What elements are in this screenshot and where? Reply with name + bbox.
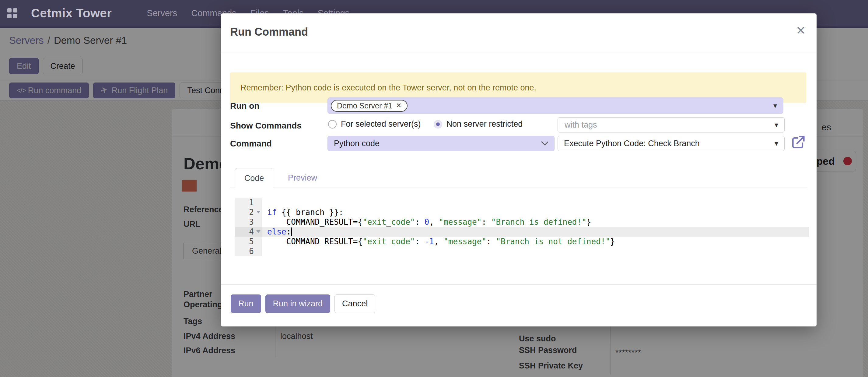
editor-code-2: if {{ branch }}: xyxy=(262,207,809,217)
editor-code-1 xyxy=(262,198,809,207)
select-chevron-icon xyxy=(541,141,549,146)
fold-caret-icon[interactable] xyxy=(256,211,260,213)
editor-line-5[interactable]: 5 COMMAND_RESULT={"exit_code": -1, "mess… xyxy=(235,237,809,246)
radio-selected-icon xyxy=(434,120,442,128)
editor-gutter-1: 1 xyxy=(235,198,262,207)
chevron-down-icon: ▾ xyxy=(775,121,778,129)
show-commands-radio-group: For selected server(s) Non server restri… xyxy=(328,119,523,129)
server-tag[interactable]: Demo Server #1 ✕ xyxy=(331,100,407,112)
tab-code[interactable]: Code xyxy=(235,168,273,188)
radio-for-selected-servers[interactable]: For selected server(s) xyxy=(328,119,421,129)
run-command-modal: Run Command ✕ Remember: Python code is e… xyxy=(221,13,816,326)
run-button[interactable]: Run xyxy=(231,294,261,313)
run-in-wizard-button[interactable]: Run in wizard xyxy=(266,294,331,313)
editor-line-3[interactable]: 3 COMMAND_RESULT={"exit_code": 0, "messa… xyxy=(235,217,809,227)
code-editor[interactable]: 12if {{ branch }}:3 COMMAND_RESULT={"exi… xyxy=(235,198,809,256)
screen: Servers/Demo Server #1 Edit Create </> R… xyxy=(0,0,868,377)
editor-line-4[interactable]: 4else: xyxy=(235,227,809,237)
with-tags-placeholder: with tags xyxy=(564,120,597,130)
editor-code-6 xyxy=(262,246,809,256)
editor-line-6[interactable]: 6 xyxy=(235,246,809,256)
server-tag-label: Demo Server #1 xyxy=(337,102,392,110)
command-type-select[interactable]: Python code xyxy=(328,136,555,151)
alert-text: Remember: Python code is executed on the… xyxy=(241,83,536,93)
modal-header-divider xyxy=(221,52,816,52)
editor-gutter-4: 4 xyxy=(235,227,262,237)
editor-code-5: COMMAND_RESULT={"exit_code": -1, "messag… xyxy=(262,237,809,246)
editor-gutter-2: 2 xyxy=(235,207,262,217)
editor-gutter-3: 3 xyxy=(235,217,262,227)
run-on-label: Run on xyxy=(230,101,259,111)
run-on-field[interactable]: Demo Server #1 ✕ ▾ xyxy=(328,97,783,114)
notebook-tabs-divider xyxy=(230,187,807,188)
command-select[interactable]: Execute Python Code: Check Branch ▾ xyxy=(558,136,785,151)
apps-menu-icon[interactable] xyxy=(7,8,18,19)
chevron-down-icon: ▾ xyxy=(775,139,778,148)
editor-gutter-6: 6 xyxy=(235,246,262,256)
modal-title: Run Command xyxy=(230,26,308,38)
command-type-value: Python code xyxy=(334,139,379,148)
editor-line-2[interactable]: 2if {{ branch }}: xyxy=(235,207,809,217)
tab-preview[interactable]: Preview xyxy=(281,168,324,187)
radio-unselected-icon xyxy=(328,120,337,128)
tag-remove-icon[interactable]: ✕ xyxy=(396,102,401,110)
cancel-button[interactable]: Cancel xyxy=(335,294,375,313)
command-value: Execute Python Code: Check Branch xyxy=(564,139,700,148)
show-commands-label: Show Commands xyxy=(230,121,302,130)
chevron-down-icon: ▾ xyxy=(773,102,777,110)
radio-for-selected-servers-label: For selected server(s) xyxy=(341,119,421,129)
editor-code-3: COMMAND_RESULT={"exit_code": 0, "message… xyxy=(262,217,809,227)
fold-caret-icon[interactable] xyxy=(256,230,260,233)
with-tags-select[interactable]: with tags ▾ xyxy=(558,117,785,133)
open-record-external-link-icon[interactable] xyxy=(789,135,806,151)
command-label: Command xyxy=(230,139,272,149)
editor-line-1[interactable]: 1 xyxy=(235,198,809,207)
editor-code-4: else: xyxy=(262,227,809,237)
close-icon[interactable]: ✕ xyxy=(796,24,806,37)
nav-item-servers[interactable]: Servers xyxy=(147,8,177,18)
modal-footer: Run Run in wizard Cancel xyxy=(221,284,816,326)
radio-non-server-restricted-label: Non server restricted xyxy=(446,119,523,129)
radio-non-server-restricted[interactable]: Non server restricted xyxy=(434,119,523,129)
text-cursor xyxy=(291,228,292,236)
app-brand[interactable]: Cetmix Tower xyxy=(31,6,112,20)
editor-gutter-5: 5 xyxy=(235,237,262,246)
